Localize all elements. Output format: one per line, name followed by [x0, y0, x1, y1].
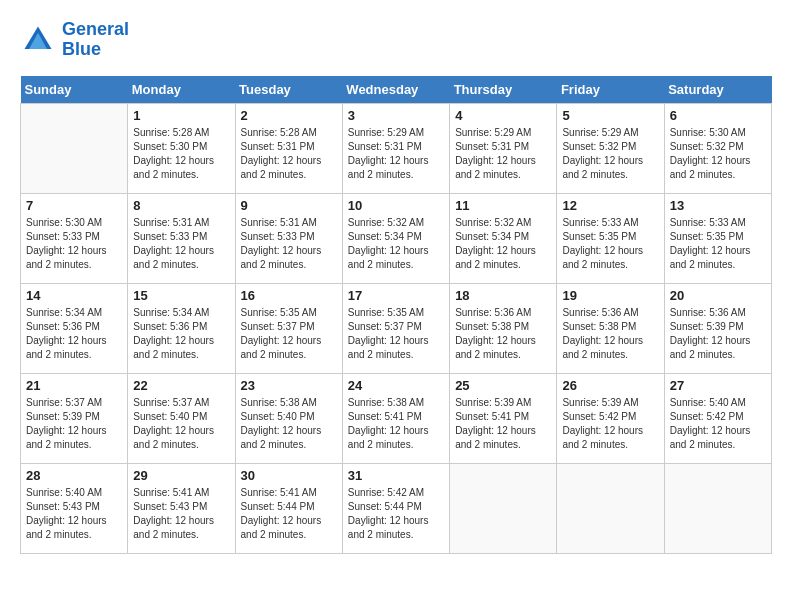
weekday-header: Saturday [664, 76, 771, 104]
day-info: Sunrise: 5:29 AM Sunset: 5:31 PM Dayligh… [348, 126, 444, 182]
calendar-week-row: 14Sunrise: 5:34 AM Sunset: 5:36 PM Dayli… [21, 283, 772, 373]
day-number: 22 [133, 378, 229, 393]
calendar-header-row: SundayMondayTuesdayWednesdayThursdayFrid… [21, 76, 772, 104]
weekday-header: Friday [557, 76, 664, 104]
day-number: 28 [26, 468, 122, 483]
day-info: Sunrise: 5:33 AM Sunset: 5:35 PM Dayligh… [670, 216, 766, 272]
day-info: Sunrise: 5:28 AM Sunset: 5:30 PM Dayligh… [133, 126, 229, 182]
day-number: 27 [670, 378, 766, 393]
calendar-cell: 12Sunrise: 5:33 AM Sunset: 5:35 PM Dayli… [557, 193, 664, 283]
calendar-cell: 4Sunrise: 5:29 AM Sunset: 5:31 PM Daylig… [450, 103, 557, 193]
calendar-week-row: 21Sunrise: 5:37 AM Sunset: 5:39 PM Dayli… [21, 373, 772, 463]
day-number: 26 [562, 378, 658, 393]
calendar-cell: 13Sunrise: 5:33 AM Sunset: 5:35 PM Dayli… [664, 193, 771, 283]
day-info: Sunrise: 5:38 AM Sunset: 5:40 PM Dayligh… [241, 396, 337, 452]
page-header: General Blue [20, 20, 772, 60]
day-info: Sunrise: 5:29 AM Sunset: 5:32 PM Dayligh… [562, 126, 658, 182]
calendar-cell: 17Sunrise: 5:35 AM Sunset: 5:37 PM Dayli… [342, 283, 449, 373]
day-info: Sunrise: 5:41 AM Sunset: 5:44 PM Dayligh… [241, 486, 337, 542]
day-info: Sunrise: 5:37 AM Sunset: 5:39 PM Dayligh… [26, 396, 122, 452]
calendar-cell: 26Sunrise: 5:39 AM Sunset: 5:42 PM Dayli… [557, 373, 664, 463]
calendar-cell: 24Sunrise: 5:38 AM Sunset: 5:41 PM Dayli… [342, 373, 449, 463]
day-info: Sunrise: 5:41 AM Sunset: 5:43 PM Dayligh… [133, 486, 229, 542]
calendar-cell [450, 463, 557, 553]
day-number: 13 [670, 198, 766, 213]
day-info: Sunrise: 5:30 AM Sunset: 5:32 PM Dayligh… [670, 126, 766, 182]
day-number: 18 [455, 288, 551, 303]
calendar-cell: 14Sunrise: 5:34 AM Sunset: 5:36 PM Dayli… [21, 283, 128, 373]
day-number: 12 [562, 198, 658, 213]
day-info: Sunrise: 5:36 AM Sunset: 5:38 PM Dayligh… [562, 306, 658, 362]
day-number: 10 [348, 198, 444, 213]
day-number: 24 [348, 378, 444, 393]
day-info: Sunrise: 5:31 AM Sunset: 5:33 PM Dayligh… [241, 216, 337, 272]
day-number: 7 [26, 198, 122, 213]
calendar-cell: 3Sunrise: 5:29 AM Sunset: 5:31 PM Daylig… [342, 103, 449, 193]
calendar-cell: 31Sunrise: 5:42 AM Sunset: 5:44 PM Dayli… [342, 463, 449, 553]
weekday-header: Thursday [450, 76, 557, 104]
day-info: Sunrise: 5:39 AM Sunset: 5:42 PM Dayligh… [562, 396, 658, 452]
calendar-cell: 16Sunrise: 5:35 AM Sunset: 5:37 PM Dayli… [235, 283, 342, 373]
calendar-cell: 9Sunrise: 5:31 AM Sunset: 5:33 PM Daylig… [235, 193, 342, 283]
calendar-week-row: 1Sunrise: 5:28 AM Sunset: 5:30 PM Daylig… [21, 103, 772, 193]
day-info: Sunrise: 5:40 AM Sunset: 5:42 PM Dayligh… [670, 396, 766, 452]
calendar-cell: 25Sunrise: 5:39 AM Sunset: 5:41 PM Dayli… [450, 373, 557, 463]
calendar-cell: 28Sunrise: 5:40 AM Sunset: 5:43 PM Dayli… [21, 463, 128, 553]
weekday-header: Wednesday [342, 76, 449, 104]
day-info: Sunrise: 5:36 AM Sunset: 5:39 PM Dayligh… [670, 306, 766, 362]
calendar-week-row: 28Sunrise: 5:40 AM Sunset: 5:43 PM Dayli… [21, 463, 772, 553]
calendar-cell: 10Sunrise: 5:32 AM Sunset: 5:34 PM Dayli… [342, 193, 449, 283]
day-number: 23 [241, 378, 337, 393]
weekday-header: Monday [128, 76, 235, 104]
calendar-cell: 19Sunrise: 5:36 AM Sunset: 5:38 PM Dayli… [557, 283, 664, 373]
day-info: Sunrise: 5:34 AM Sunset: 5:36 PM Dayligh… [26, 306, 122, 362]
day-info: Sunrise: 5:40 AM Sunset: 5:43 PM Dayligh… [26, 486, 122, 542]
calendar-cell: 27Sunrise: 5:40 AM Sunset: 5:42 PM Dayli… [664, 373, 771, 463]
day-info: Sunrise: 5:42 AM Sunset: 5:44 PM Dayligh… [348, 486, 444, 542]
calendar-cell [557, 463, 664, 553]
calendar-week-row: 7Sunrise: 5:30 AM Sunset: 5:33 PM Daylig… [21, 193, 772, 283]
day-number: 9 [241, 198, 337, 213]
calendar-cell: 8Sunrise: 5:31 AM Sunset: 5:33 PM Daylig… [128, 193, 235, 283]
day-info: Sunrise: 5:35 AM Sunset: 5:37 PM Dayligh… [348, 306, 444, 362]
calendar-cell: 11Sunrise: 5:32 AM Sunset: 5:34 PM Dayli… [450, 193, 557, 283]
day-number: 5 [562, 108, 658, 123]
day-number: 11 [455, 198, 551, 213]
day-number: 6 [670, 108, 766, 123]
day-info: Sunrise: 5:33 AM Sunset: 5:35 PM Dayligh… [562, 216, 658, 272]
calendar-cell: 22Sunrise: 5:37 AM Sunset: 5:40 PM Dayli… [128, 373, 235, 463]
day-info: Sunrise: 5:28 AM Sunset: 5:31 PM Dayligh… [241, 126, 337, 182]
day-info: Sunrise: 5:34 AM Sunset: 5:36 PM Dayligh… [133, 306, 229, 362]
logo-icon [20, 22, 56, 58]
calendar-cell: 18Sunrise: 5:36 AM Sunset: 5:38 PM Dayli… [450, 283, 557, 373]
day-number: 2 [241, 108, 337, 123]
day-info: Sunrise: 5:32 AM Sunset: 5:34 PM Dayligh… [455, 216, 551, 272]
day-info: Sunrise: 5:30 AM Sunset: 5:33 PM Dayligh… [26, 216, 122, 272]
day-info: Sunrise: 5:38 AM Sunset: 5:41 PM Dayligh… [348, 396, 444, 452]
calendar-cell: 20Sunrise: 5:36 AM Sunset: 5:39 PM Dayli… [664, 283, 771, 373]
calendar-cell: 21Sunrise: 5:37 AM Sunset: 5:39 PM Dayli… [21, 373, 128, 463]
logo-text: General Blue [62, 20, 129, 60]
day-number: 8 [133, 198, 229, 213]
calendar-cell: 23Sunrise: 5:38 AM Sunset: 5:40 PM Dayli… [235, 373, 342, 463]
calendar-cell: 2Sunrise: 5:28 AM Sunset: 5:31 PM Daylig… [235, 103, 342, 193]
day-number: 19 [562, 288, 658, 303]
calendar-table: SundayMondayTuesdayWednesdayThursdayFrid… [20, 76, 772, 554]
day-info: Sunrise: 5:35 AM Sunset: 5:37 PM Dayligh… [241, 306, 337, 362]
day-number: 21 [26, 378, 122, 393]
calendar-cell: 5Sunrise: 5:29 AM Sunset: 5:32 PM Daylig… [557, 103, 664, 193]
day-info: Sunrise: 5:32 AM Sunset: 5:34 PM Dayligh… [348, 216, 444, 272]
calendar-cell: 29Sunrise: 5:41 AM Sunset: 5:43 PM Dayli… [128, 463, 235, 553]
calendar-cell: 1Sunrise: 5:28 AM Sunset: 5:30 PM Daylig… [128, 103, 235, 193]
day-number: 31 [348, 468, 444, 483]
calendar-cell: 15Sunrise: 5:34 AM Sunset: 5:36 PM Dayli… [128, 283, 235, 373]
day-number: 14 [26, 288, 122, 303]
day-info: Sunrise: 5:39 AM Sunset: 5:41 PM Dayligh… [455, 396, 551, 452]
day-number: 29 [133, 468, 229, 483]
calendar-cell: 6Sunrise: 5:30 AM Sunset: 5:32 PM Daylig… [664, 103, 771, 193]
weekday-header: Tuesday [235, 76, 342, 104]
day-number: 1 [133, 108, 229, 123]
day-number: 4 [455, 108, 551, 123]
calendar-cell [21, 103, 128, 193]
day-number: 20 [670, 288, 766, 303]
